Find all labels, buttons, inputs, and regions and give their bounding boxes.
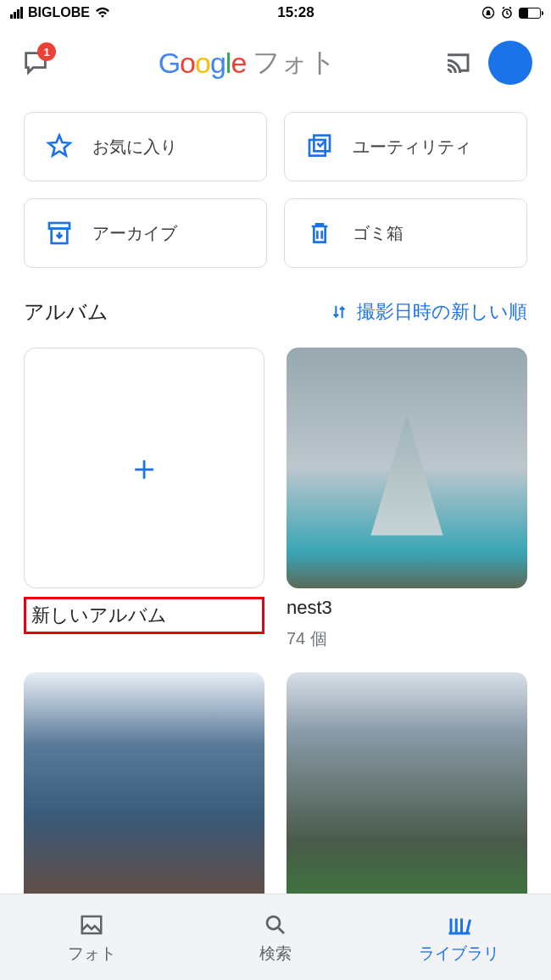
new-album-button[interactable]: ＋ 新しいアルバム xyxy=(24,348,264,650)
album-title: nest3 xyxy=(287,597,527,619)
photo-icon xyxy=(77,910,106,939)
star-icon xyxy=(45,132,74,161)
clock: 15:28 xyxy=(110,4,481,21)
search-icon xyxy=(261,910,290,939)
app-header: 1 Google フォト xyxy=(0,25,551,97)
album-card[interactable] xyxy=(287,672,527,913)
nav-label: 検索 xyxy=(259,943,292,965)
sharing-button[interactable]: 1 xyxy=(19,46,53,80)
album-card[interactable] xyxy=(24,672,264,913)
category-label: お気に入り xyxy=(92,136,177,159)
albums-header: アルバム 撮影日時の新しい順 xyxy=(0,273,551,337)
trash-icon xyxy=(305,219,334,248)
nav-search[interactable]: 検索 xyxy=(184,894,368,980)
account-avatar[interactable] xyxy=(488,41,532,85)
chat-badge: 1 xyxy=(37,42,56,61)
category-label: アーカイブ xyxy=(92,222,177,245)
plus-icon: ＋ xyxy=(126,444,162,492)
utility-icon xyxy=(305,132,334,161)
google-logo: Google xyxy=(159,47,247,80)
status-bar: BIGLOBE 15:28 xyxy=(0,0,551,25)
album-card[interactable]: nest3 74 個 xyxy=(287,348,527,650)
orientation-lock-icon xyxy=(481,6,495,19)
bottom-nav: フォト 検索 ライブラリ xyxy=(0,894,551,980)
archive-button[interactable]: アーカイブ xyxy=(24,198,267,268)
app-title: Google フォト xyxy=(68,44,427,81)
alarm-icon xyxy=(500,6,514,19)
app-name-label: フォト xyxy=(253,44,337,81)
category-label: ゴミ箱 xyxy=(353,222,404,245)
album-grid: ＋ 新しいアルバム nest3 74 個 xyxy=(0,337,551,923)
svg-point-7 xyxy=(267,916,280,929)
favorites-button[interactable]: お気に入り xyxy=(24,112,267,181)
sort-icon xyxy=(330,303,348,321)
category-grid: お気に入り ユーティリティ アーカイブ ゴミ箱 xyxy=(0,97,551,273)
trash-button[interactable]: ゴミ箱 xyxy=(284,198,527,268)
battery-icon xyxy=(519,8,541,19)
nav-library[interactable]: ライブラリ xyxy=(367,894,551,980)
album-thumbnail xyxy=(24,672,264,913)
section-title: アルバム xyxy=(24,298,109,326)
archive-icon xyxy=(45,219,74,248)
signal-icon xyxy=(10,7,23,19)
nav-photos[interactable]: フォト xyxy=(0,894,184,980)
album-thumbnail xyxy=(287,348,527,588)
carrier-label: BIGLOBE xyxy=(28,5,90,20)
library-icon xyxy=(445,910,474,939)
sort-label: 撮影日時の新しい順 xyxy=(357,299,527,325)
category-label: ユーティリティ xyxy=(353,136,471,159)
nav-label: ライブラリ xyxy=(419,943,499,965)
cast-button[interactable] xyxy=(442,47,473,78)
album-count: 74 個 xyxy=(287,627,527,650)
utilities-button[interactable]: ユーティリティ xyxy=(284,112,527,181)
nav-label: フォト xyxy=(68,943,116,965)
album-thumbnail xyxy=(287,672,527,913)
sort-button[interactable]: 撮影日時の新しい順 xyxy=(330,299,527,325)
new-album-label: 新しいアルバム xyxy=(24,597,264,634)
wifi-icon xyxy=(95,7,110,19)
